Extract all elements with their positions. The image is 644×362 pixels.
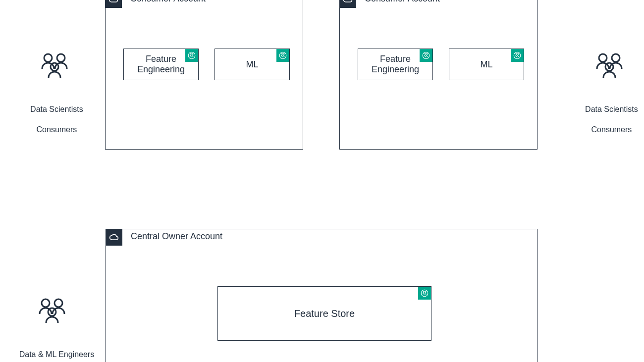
- consumer-account-b: Consumer Account Feature Engineering ML: [339, 0, 537, 150]
- brain-icon: [418, 287, 431, 300]
- brain-icon: [511, 49, 524, 62]
- svc-label: Feature Engineering: [372, 54, 419, 75]
- svg-point-0: [44, 54, 52, 62]
- users-icon: [35, 297, 69, 324]
- account-title: Central Owner Account: [131, 231, 222, 242]
- svg-point-13: [421, 290, 428, 297]
- svc-label: Feature Engineering: [137, 54, 185, 75]
- cloud-icon: [105, 0, 122, 8]
- text: Data Scientists: [30, 105, 83, 113]
- cloud-icon: [106, 229, 122, 246]
- user-label-left-bottom: Data & ML Engineers Owners: [10, 339, 99, 362]
- svg-point-5: [605, 63, 613, 71]
- consumer-account-a: Consumer Account Feature Engineering ML: [105, 0, 303, 150]
- text: Consumers: [591, 125, 632, 134]
- svg-point-10: [279, 52, 286, 59]
- ml-box: ML: [449, 49, 524, 80]
- feature-store-box: Feature Store: [217, 286, 431, 341]
- text: Consumers: [37, 125, 77, 134]
- svg-point-12: [514, 52, 521, 59]
- svc-label: ML: [246, 59, 258, 70]
- brain-icon: [420, 49, 432, 62]
- svc-label: Feature Store: [294, 308, 355, 319]
- svg-point-9: [188, 52, 195, 59]
- account-title: Consumer Account: [130, 0, 206, 4]
- cloud-icon: [339, 0, 356, 8]
- svg-point-1: [57, 54, 65, 62]
- user-label-left-top: Data Scientists Consumers: [20, 94, 89, 135]
- svg-point-3: [599, 54, 607, 62]
- svg-point-2: [51, 63, 58, 71]
- ml-box: ML: [215, 49, 290, 80]
- text: Data Scientists: [585, 105, 638, 113]
- user-label-right-top: Data Scientists Consumers: [575, 94, 644, 135]
- feature-engineering-box: Feature Engineering: [358, 49, 433, 80]
- users-icon: [592, 52, 627, 79]
- central-owner-account: Central Owner Account Feature Store: [106, 229, 537, 362]
- svc-label: ML: [480, 59, 492, 70]
- users-icon: [37, 52, 72, 79]
- account-title: Consumer Account: [365, 0, 440, 4]
- brain-icon: [185, 49, 198, 62]
- svg-point-11: [423, 52, 429, 59]
- brain-icon: [276, 49, 289, 62]
- feature-engineering-box: Feature Engineering: [123, 49, 199, 80]
- svg-point-7: [54, 299, 62, 307]
- svg-point-8: [48, 308, 56, 316]
- svg-point-6: [42, 299, 50, 307]
- svg-point-4: [612, 54, 620, 62]
- text: Data & ML Engineers: [19, 350, 94, 359]
